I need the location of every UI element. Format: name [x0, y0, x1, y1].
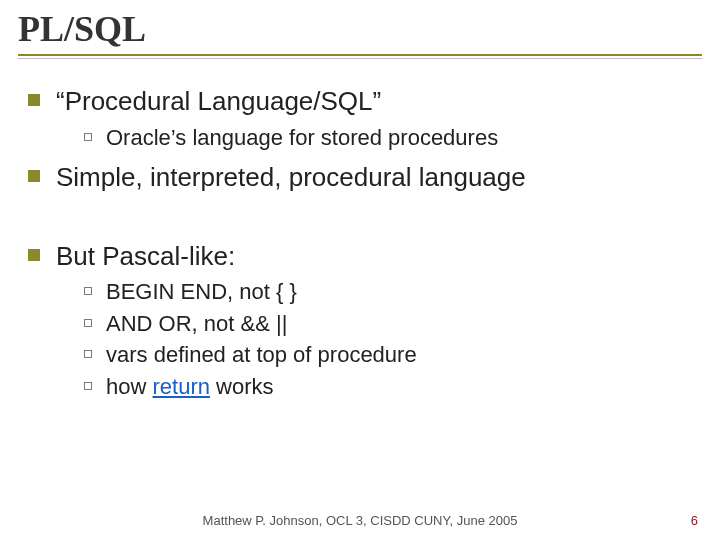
- bullet-3-sub-4-pre: how: [106, 374, 152, 399]
- bullet-3: But Pascal-like:: [28, 240, 700, 273]
- bullet-1-text: “Procedural Language/SQL”: [56, 85, 381, 118]
- vertical-gap: [28, 200, 700, 230]
- square-bullet-icon: [28, 249, 40, 261]
- square-bullet-icon: [28, 170, 40, 182]
- hollow-square-icon: [84, 133, 92, 141]
- bullet-3-text: But Pascal-like:: [56, 240, 235, 273]
- bullet-3-sub-1: BEGIN END, not { }: [84, 278, 700, 306]
- title-rule-olive: [18, 54, 702, 56]
- bullet-3-sub-3: vars defined at top of procedure: [84, 341, 700, 369]
- square-bullet-icon: [28, 94, 40, 106]
- hollow-square-icon: [84, 382, 92, 390]
- bullet-3-sub-2-text: AND OR, not && ||: [106, 310, 287, 338]
- title-rule-grey: [18, 58, 702, 59]
- bullet-2: Simple, interpreted, procedural language: [28, 161, 700, 194]
- hollow-square-icon: [84, 350, 92, 358]
- bullet-3-sub-4-post: works: [210, 374, 274, 399]
- bullet-3-sub-3-text: vars defined at top of procedure: [106, 341, 417, 369]
- bullet-3-sub-4: how return works: [84, 373, 700, 401]
- bullet-3-sub-1-text: BEGIN END, not { }: [106, 278, 297, 306]
- return-link[interactable]: return: [152, 374, 209, 399]
- footer-text: Matthew P. Johnson, OCL 3, CISDD CUNY, J…: [0, 513, 720, 528]
- bullet-1-sub-1-text: Oracle’s language for stored procedures: [106, 124, 498, 152]
- title-block: PL/SQL: [0, 0, 720, 61]
- bullet-1: “Procedural Language/SQL”: [28, 85, 700, 118]
- slide: PL/SQL “Procedural Language/SQL” Oracle’…: [0, 0, 720, 540]
- slide-body: “Procedural Language/SQL” Oracle’s langu…: [0, 61, 720, 400]
- page-number: 6: [691, 513, 698, 528]
- bullet-1-sub-1: Oracle’s language for stored procedures: [84, 124, 700, 152]
- hollow-square-icon: [84, 319, 92, 327]
- slide-title: PL/SQL: [18, 8, 702, 50]
- bullet-2-text: Simple, interpreted, procedural language: [56, 161, 526, 194]
- hollow-square-icon: [84, 287, 92, 295]
- bullet-3-sub-2: AND OR, not && ||: [84, 310, 700, 338]
- bullet-3-sub-4-text: how return works: [106, 373, 274, 401]
